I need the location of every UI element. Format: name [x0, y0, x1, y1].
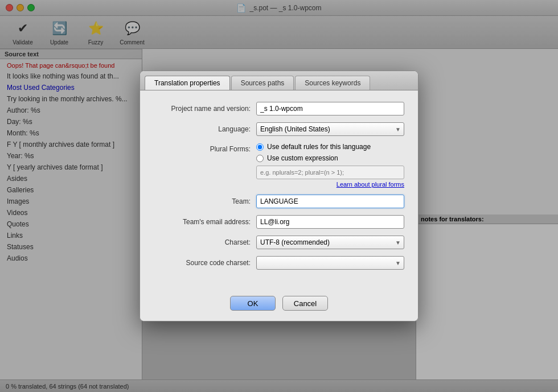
- source-charset-select-wrap: UTF-8ISO-8859-1 ▼: [256, 256, 404, 270]
- team-email-row: Team's email address:: [154, 215, 404, 229]
- team-label: Team:: [154, 197, 256, 205]
- plural-forms-control: Use default rules for this language Use …: [256, 143, 404, 188]
- team-row: Team:: [154, 195, 404, 208]
- source-charset-control: UTF-8ISO-8859-1 ▼: [256, 256, 404, 270]
- team-input[interactable]: [256, 195, 404, 208]
- radio-custom[interactable]: [256, 155, 264, 162]
- radio-default-row: Use default rules for this language: [256, 143, 404, 151]
- language-control: English (United States)FrenchGermanSpani…: [256, 122, 404, 136]
- modal-tab-2[interactable]: Sources keywords: [295, 76, 370, 90]
- radio-default-label: Use default rules for this language: [267, 143, 371, 151]
- cancel-button[interactable]: Cancel: [282, 296, 328, 311]
- ok-button[interactable]: OK: [230, 296, 276, 311]
- modal-tab-1[interactable]: Sources paths: [231, 76, 294, 90]
- team-email-label: Team's email address:: [154, 218, 256, 226]
- charset-select-wrap: UTF-8 (recommended)ISO-8859-1UTF-16 ▼: [256, 236, 404, 249]
- team-email-input[interactable]: [256, 215, 404, 229]
- language-label: Language:: [154, 125, 256, 133]
- modal-footer: OK Cancel: [140, 288, 418, 321]
- charset-label: Charset:: [154, 238, 256, 246]
- plural-forms-radio-group: Use default rules for this language Use …: [256, 143, 404, 162]
- charset-control: UTF-8 (recommended)ISO-8859-1UTF-16 ▼: [256, 236, 404, 249]
- project-name-input[interactable]: [256, 102, 404, 115]
- plural-hint-input[interactable]: [256, 166, 404, 179]
- source-charset-row: Source code charset: UTF-8ISO-8859-1 ▼: [154, 256, 404, 270]
- plural-learn-link[interactable]: Learn about plural forms: [256, 181, 404, 188]
- project-name-control: [256, 102, 404, 115]
- radio-custom-row: Use custom expression: [256, 154, 404, 162]
- radio-custom-label: Use custom expression: [267, 154, 338, 162]
- language-select[interactable]: English (United States)FrenchGermanSpani…: [256, 122, 404, 136]
- modal-overlay: Translation propertiesSources pathsSourc…: [0, 0, 558, 392]
- modal-tab-0[interactable]: Translation properties: [145, 76, 230, 90]
- plural-forms-row: Plural Forms: Use default rules for this…: [154, 143, 404, 188]
- source-charset-select[interactable]: UTF-8ISO-8859-1: [256, 256, 404, 270]
- radio-default[interactable]: [256, 143, 264, 151]
- project-name-label: Project name and version:: [154, 105, 256, 113]
- language-row: Language: English (United States)FrenchG…: [154, 122, 404, 136]
- language-select-wrap: English (United States)FrenchGermanSpani…: [256, 122, 404, 136]
- modal-body: Project name and version: Language: Engl…: [140, 90, 418, 288]
- team-email-control: [256, 215, 404, 229]
- modal-tabs: Translation propertiesSources pathsSourc…: [140, 71, 418, 90]
- modal-dialog: Translation propertiesSources pathsSourc…: [140, 71, 419, 321]
- source-charset-label: Source code charset:: [154, 259, 256, 267]
- team-control: [256, 195, 404, 208]
- charset-select[interactable]: UTF-8 (recommended)ISO-8859-1UTF-16: [256, 236, 404, 249]
- charset-row: Charset: UTF-8 (recommended)ISO-8859-1UT…: [154, 236, 404, 249]
- plural-forms-label: Plural Forms:: [154, 143, 256, 153]
- project-name-row: Project name and version:: [154, 102, 404, 115]
